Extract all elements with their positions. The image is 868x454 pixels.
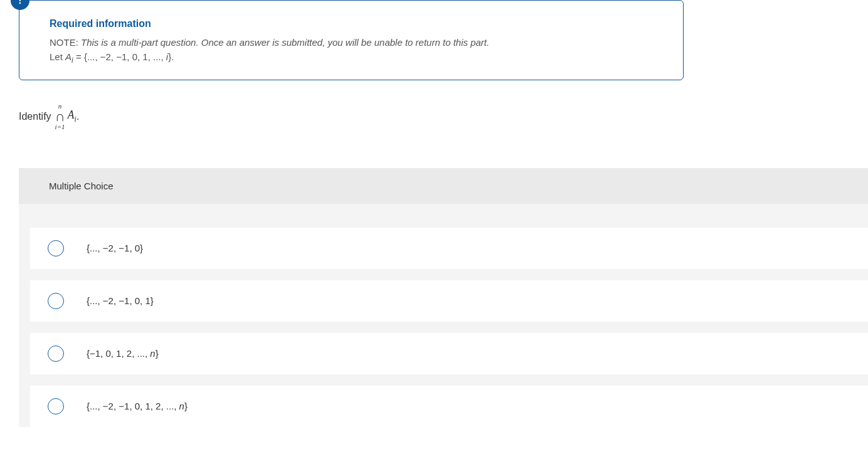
info-title: Required information: [50, 18, 670, 29]
let-eq-body: = {..., −2, −1, 0, 1, ...,: [73, 51, 166, 62]
option-text: {..., −2, −1, 0}: [87, 243, 143, 253]
opt4-pre: {..., −2, −1, 0, 1, 2, ...,: [87, 401, 179, 411]
let-prefix: Let: [50, 51, 65, 62]
note-text: This is a multi-part question. Once an a…: [81, 37, 489, 48]
info-note: NOTE: This is a multi-part question. Onc…: [50, 36, 670, 50]
required-info-box: ! Required information NOTE: This is a m…: [19, 0, 684, 80]
exclamation-icon: !: [18, 0, 21, 6]
intersection-operator: n ∩ i=1: [55, 103, 65, 130]
ai-A: A: [68, 108, 75, 121]
radio-button[interactable]: [48, 293, 64, 309]
option-text: {..., −2, −1, 0, 1}: [87, 295, 154, 306]
option-1[interactable]: {..., −2, −1, 0}: [30, 228, 868, 269]
multiple-choice-area: Multiple Choice {..., −2, −1, 0} {..., −…: [19, 168, 868, 427]
option-3[interactable]: {−1, 0, 1, 2, ..., n}: [30, 333, 868, 374]
note-label: NOTE:: [50, 37, 81, 48]
opt3-pre: {−1, 0, 1, 2, ...,: [87, 348, 150, 359]
opt3-n: n: [150, 348, 155, 359]
identify-text: Identify: [19, 111, 51, 122]
cap-symbol: ∩: [55, 110, 65, 124]
mc-header: Multiple Choice: [19, 168, 868, 204]
opt4-post: }: [184, 401, 188, 411]
options-container: {..., −2, −1, 0} {..., −2, −1, 0, 1} {−1…: [19, 204, 868, 427]
question-prompt: Identify n ∩ i=1 Ai .: [19, 103, 868, 130]
ai-term: Ai: [68, 108, 77, 124]
radio-button[interactable]: [48, 398, 64, 414]
radio-button[interactable]: [48, 240, 64, 256]
let-var-A: A: [65, 51, 71, 62]
option-text: {−1, 0, 1, 2, ..., n}: [87, 348, 159, 359]
let-end: }.: [168, 51, 174, 62]
question-period: .: [77, 111, 79, 122]
info-let-statement: Let Ai = {..., −2, −1, 0, 1, ..., i}.: [50, 51, 670, 65]
opt4-n: n: [179, 401, 184, 411]
option-4[interactable]: {..., −2, −1, 0, 1, 2, ..., n}: [30, 386, 868, 427]
info-badge-icon: !: [11, 0, 29, 10]
opt3-post: }: [156, 348, 159, 359]
cap-bot-i1: i=1: [55, 124, 65, 130]
option-2[interactable]: {..., −2, −1, 0, 1}: [30, 280, 868, 322]
radio-button[interactable]: [48, 346, 64, 362]
option-text: {..., −2, −1, 0, 1, 2, ..., n}: [87, 401, 188, 411]
